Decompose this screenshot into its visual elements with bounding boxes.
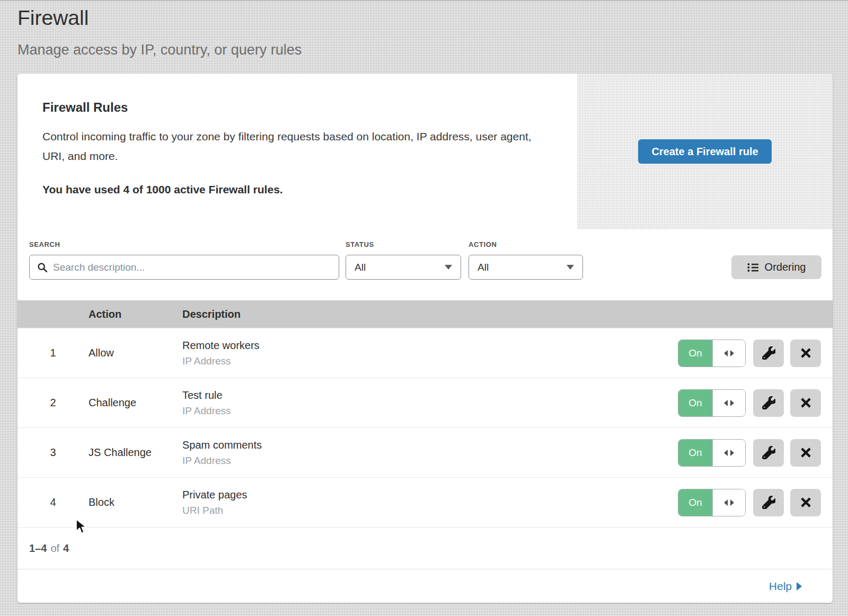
rule-description: Spam comments <box>182 439 678 451</box>
rule-controls: On <box>678 389 833 417</box>
rule-description: Test rule <box>182 389 678 401</box>
chevron-down-icon <box>445 265 452 270</box>
close-icon <box>800 347 812 359</box>
wrench-icon <box>762 446 775 459</box>
rule-description: Private pages <box>182 488 678 501</box>
search-label: SEARCH <box>29 240 339 248</box>
rule-action: Challenge <box>89 397 182 409</box>
help-link-label: Help <box>769 580 792 593</box>
rule-controls: On <box>678 439 833 467</box>
toggle-handle[interactable] <box>712 340 745 367</box>
caret-right-icon <box>730 450 734 456</box>
rule-enabled-toggle[interactable]: On <box>678 489 746 516</box>
toggle-on-label: On <box>678 340 712 367</box>
caret-left-icon <box>724 450 728 456</box>
page-title: Firewall <box>17 5 848 31</box>
caret-right-icon <box>730 400 734 406</box>
delete-rule-button[interactable] <box>790 439 821 467</box>
table-row: 1 Allow Remote workers IP Address On <box>17 328 833 378</box>
edit-rule-button[interactable] <box>753 389 784 417</box>
help-link[interactable]: Help <box>769 580 802 593</box>
toggle-handle[interactable] <box>712 489 745 516</box>
intro-description: Control incoming traffic to your zone by… <box>42 127 545 166</box>
rule-description-cell: Spam comments IP Address <box>182 439 678 467</box>
close-icon <box>800 397 812 409</box>
page-subtitle: Manage access by IP, country, or query r… <box>17 41 848 59</box>
firewall-rules-card: Firewall Rules Control incoming traffic … <box>17 74 833 603</box>
card-footer: Help <box>17 569 833 603</box>
wrench-icon <box>762 346 775 360</box>
rule-match-type: IP Address <box>182 405 678 417</box>
rule-description-cell: Test rule IP Address <box>182 389 678 417</box>
search-filter-group: SEARCH <box>29 240 339 280</box>
delete-rule-button[interactable] <box>790 489 821 516</box>
wrench-icon <box>762 496 775 509</box>
caret-left-icon <box>724 499 728 506</box>
rule-action: Block <box>89 496 182 508</box>
create-firewall-rule-button[interactable]: Create a Firewall rule <box>638 139 771 164</box>
toggle-handle[interactable] <box>712 440 745 466</box>
close-icon <box>800 496 812 508</box>
caret-right-icon <box>730 350 734 356</box>
status-select[interactable]: All <box>346 255 461 280</box>
search-box[interactable] <box>29 255 339 280</box>
status-label: STATUS <box>346 240 461 248</box>
table-row: 3 JS Challenge Spam comments IP Address … <box>17 427 833 477</box>
edit-rule-button[interactable] <box>753 340 784 367</box>
search-input[interactable] <box>53 262 331 273</box>
rules-table-header: Action Description <box>17 300 833 328</box>
rule-action: JS Challenge <box>89 447 182 459</box>
rule-enabled-toggle[interactable]: On <box>678 439 746 467</box>
rules-table-body: 1 Allow Remote workers IP Address On <box>17 328 833 527</box>
ordering-button[interactable]: Ordering <box>731 255 822 279</box>
edit-rule-button[interactable] <box>753 489 784 516</box>
edit-rule-button[interactable] <box>753 439 784 467</box>
page-header: Firewall Manage access by IP, country, o… <box>0 1 848 59</box>
action-filter-group: ACTION All <box>469 240 583 280</box>
chevron-down-icon <box>567 265 574 270</box>
rule-controls: On <box>678 340 833 367</box>
pagination-total: 4 <box>63 542 69 555</box>
toggle-handle[interactable] <box>712 390 745 416</box>
intro-text-block: Firewall Rules Control incoming traffic … <box>17 74 577 229</box>
rule-enabled-toggle[interactable]: On <box>678 389 746 417</box>
rule-enabled-toggle[interactable]: On <box>678 340 746 367</box>
table-row: 2 Challenge Test rule IP Address On <box>17 378 833 427</box>
intro-usage-count: You have used 4 of 1000 active Firewall … <box>42 183 545 196</box>
toggle-on-label: On <box>678 440 712 466</box>
wrench-icon <box>762 396 775 409</box>
rule-match-type: IP Address <box>182 455 678 467</box>
rule-priority: 3 <box>17 447 89 459</box>
toggle-on-label: On <box>678 390 712 416</box>
caret-left-icon <box>724 350 728 356</box>
caret-right-icon <box>730 499 734 506</box>
status-filter-group: STATUS All <box>346 240 461 280</box>
search-icon <box>37 262 48 273</box>
delete-rule-button[interactable] <box>790 340 821 367</box>
close-icon <box>800 447 812 459</box>
description-column-header: Description <box>182 308 678 320</box>
pagination-of-label: of <box>50 542 59 555</box>
list-ordering-icon <box>747 263 759 272</box>
rule-priority: 1 <box>17 347 89 359</box>
pagination-bar: 1–4 of 4 <box>17 527 833 569</box>
toggle-on-label: On <box>678 489 712 516</box>
action-column-header: Action <box>89 308 182 320</box>
action-label: ACTION <box>469 240 583 248</box>
intro-side-panel: Create a Firewall rule <box>577 74 833 229</box>
card-intro-section: Firewall Rules Control incoming traffic … <box>17 74 833 229</box>
status-select-value: All <box>355 262 366 273</box>
rule-action: Allow <box>89 347 182 359</box>
action-select-value: All <box>478 262 489 273</box>
action-select[interactable]: All <box>469 255 583 280</box>
rule-description-cell: Private pages URI Path <box>182 488 678 516</box>
filters-bar: SEARCH STATUS All ACTION All <box>17 229 833 300</box>
caret-left-icon <box>724 400 728 406</box>
rule-description: Remote workers <box>182 339 678 352</box>
caret-right-icon <box>797 582 802 591</box>
rule-description-cell: Remote workers IP Address <box>182 339 678 367</box>
rule-match-type: URI Path <box>182 505 678 516</box>
delete-rule-button[interactable] <box>790 389 821 417</box>
pagination-range: 1–4 <box>29 542 47 555</box>
ordering-button-label: Ordering <box>765 261 806 273</box>
